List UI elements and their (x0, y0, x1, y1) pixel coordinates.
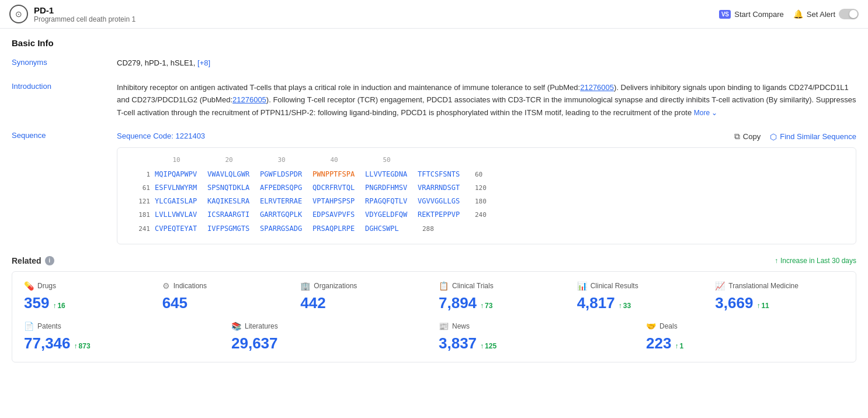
alert-toggle[interactable] (839, 9, 859, 19)
introduction-row: Introduction Inhibitory receptor on anti… (12, 81, 856, 119)
news-label: News (452, 322, 470, 330)
find-similar-button[interactable]: ⬡ Find Similar Sequence (770, 132, 856, 141)
sequence-header: Sequence Code: 1221403 ⧉ Copy ⬡ Find Sim… (117, 130, 856, 143)
related-box: 💊 Drugs 359 ↑ 16 ⚙ Indications (12, 271, 856, 362)
introduction-value: Inhibitory receptor on antigen activated… (117, 81, 856, 119)
stat-literatures[interactable]: 📚 Literatures 29,637 (231, 322, 429, 353)
seq-row-3: 121 YLCGAISLAP KAQIKESLRA ELRVTERRAE VPT… (127, 196, 846, 207)
sequence-row: Sequence Sequence Code: 1221403 ⧉ Copy ⬡… (12, 130, 856, 244)
copy-button[interactable]: ⧉ Copy (734, 132, 761, 141)
stat-drugs[interactable]: 💊 Drugs 359 ↑ 16 (24, 281, 153, 312)
start-compare-button[interactable]: VS Start Compare (719, 10, 784, 19)
translational-medicine-increase: ↑ 11 (756, 302, 769, 310)
pd1-icon: ⊙ (9, 5, 28, 23)
stat-deals[interactable]: 🤝 Deals 223 ↑ 1 (646, 322, 844, 353)
ruler-30: 30 (255, 155, 308, 165)
seg-4-4: EDPSAVPVFS (313, 209, 365, 220)
related-header: Related i ↑ Increase in Last 30 days (12, 256, 856, 265)
stat-organizations-header: 🏢 Organizations (300, 281, 429, 291)
stat-indications[interactable]: ⚙ Indications 645 (162, 281, 291, 312)
translational-medicine-increase-count: 11 (761, 302, 769, 310)
translational-medicine-count: 3,669 (715, 294, 753, 312)
clinical-trials-count: 7,894 (439, 294, 477, 312)
seg-5-3: SPARRGSADG (260, 223, 313, 234)
drugs-increase-count: 16 (57, 302, 65, 310)
related-title-text: Related (12, 256, 41, 265)
seg-3-5: RPAGQFQTLV (365, 196, 418, 207)
synonyms-label: Synonyms (12, 57, 117, 67)
indications-label: Indications (173, 282, 207, 290)
clinical-trials-label: Clinical Trials (452, 282, 494, 290)
stat-literatures-header: 📚 Literatures (231, 322, 429, 331)
alert-label: Set Alert (807, 10, 835, 19)
clinical-results-increase-count: 33 (623, 302, 631, 310)
seg-3-6: VGVVGGLLGS (418, 196, 470, 207)
patents-count: 77,346 (24, 334, 71, 353)
introduction-label: Introduction (12, 81, 117, 91)
seg-1-2: VWAVLQLGWR (207, 169, 260, 180)
sequence-code-link[interactable]: Sequence Code: 1221403 (117, 130, 205, 143)
stat-organizations[interactable]: 🏢 Organizations 442 (300, 281, 429, 312)
news-increase-count: 125 (485, 342, 497, 350)
stat-translational-medicine-header: 📈 Translational Medicine (715, 281, 844, 291)
clinical-trials-increase: ↑ 73 (480, 302, 492, 310)
seq-num-5: 241 (127, 224, 150, 234)
seg-5-5: DGHCSWPL (365, 223, 418, 234)
organizations-label: Organizations (314, 282, 357, 290)
set-alert-button[interactable]: 🔔 Set Alert (793, 9, 859, 19)
stat-clinical-results[interactable]: 📊 Clinical Results 4,817 ↑ 33 (577, 281, 706, 312)
synonyms-value: CD279, hPD-1, hSLE1, [+8] (117, 57, 856, 70)
seg-4-3: GARRTGQPLK (260, 209, 313, 220)
seg-3-3: ELRVTERRAE (260, 196, 313, 207)
synonyms-text: CD279, hPD-1, hSLE1, (117, 58, 195, 67)
header-left: ⊙ PD-1 Programmed cell death protein 1 (9, 5, 136, 23)
organizations-value: 442 (300, 294, 429, 312)
pubmed-link-2[interactable]: 21276005 (232, 95, 266, 104)
find-similar-label: Find Similar Sequence (780, 132, 856, 141)
compare-label: Start Compare (734, 10, 784, 19)
deals-increase-count: 1 (679, 342, 683, 350)
page-header: ⊙ PD-1 Programmed cell death protein 1 V… (0, 0, 868, 29)
seg-5-2: IVFPSGMGTS (207, 223, 260, 234)
more-link[interactable]: More ⌄ (694, 109, 718, 117)
seq-end-5: 288 (422, 224, 434, 234)
seg-2-5: PNGRDFHMSV (365, 182, 418, 194)
literatures-icon: 📚 (231, 322, 241, 331)
seg-2-2: SPSNQTDKLA (207, 182, 260, 194)
patents-value: 77,346 ↑ 873 (24, 334, 222, 353)
synonyms-more[interactable]: [+8] (197, 58, 210, 67)
seg-4-6: REKTPEPPVP (418, 209, 470, 220)
stat-clinical-trials[interactable]: 📋 Clinical Trials 7,894 ↑ 73 (439, 281, 568, 312)
patents-up-arrow: ↑ (74, 342, 78, 350)
seq-row-4: 181 LVLLVWVLAV ICSRAARGTI GARRTGQPLK EDP… (127, 209, 846, 220)
seq-num-4: 181 (127, 210, 150, 220)
related-info-badge[interactable]: i (45, 256, 54, 265)
seg-5-1: CVPEQTEYAT (155, 223, 207, 234)
seg-4-1: LVLLVWVLAV (155, 209, 207, 220)
stat-news[interactable]: 📰 News 3,837 ↑ 125 (439, 322, 637, 353)
seq-row-1: 1 MQIPQAPWPV VWAVLQLGWR PGWFLDSPDR PWNPP… (127, 169, 846, 180)
seg-1-6: TFTCSFSNTS (418, 169, 470, 180)
toggle-knob (849, 10, 857, 18)
literatures-value: 29,637 (231, 334, 429, 353)
copy-icon: ⧉ (734, 132, 740, 141)
pubmed-link-1[interactable]: 21276005 (580, 83, 614, 92)
header-titles: PD-1 Programmed cell death protein 1 (34, 5, 136, 23)
deals-icon: 🤝 (646, 322, 656, 331)
ruler-40: 40 (308, 155, 360, 165)
stat-translational-medicine[interactable]: 📈 Translational Medicine 3,669 ↑ 11 (715, 281, 844, 312)
related-grid-bottom: 📄 Patents 77,346 ↑ 873 📚 Literatures (24, 322, 844, 353)
news-icon: 📰 (439, 322, 449, 331)
seg-1-4: PWNPPTFSPA (313, 169, 365, 180)
header-right: VS Start Compare 🔔 Set Alert (719, 9, 859, 19)
stat-drugs-header: 💊 Drugs (24, 281, 153, 291)
sequence-label: Sequence (12, 130, 117, 140)
stat-patents[interactable]: 📄 Patents 77,346 ↑ 873 (24, 322, 222, 353)
bell-icon: 🔔 (793, 9, 803, 19)
sequence-actions: ⧉ Copy ⬡ Find Similar Sequence (734, 132, 856, 141)
seq-end-1: 60 (475, 170, 482, 180)
deals-value: 223 ↑ 1 (646, 334, 844, 353)
seg-3-1: YLCGAISLAP (155, 196, 207, 207)
patents-increase-count: 873 (79, 342, 91, 350)
patents-increase: ↑ 873 (74, 342, 91, 350)
